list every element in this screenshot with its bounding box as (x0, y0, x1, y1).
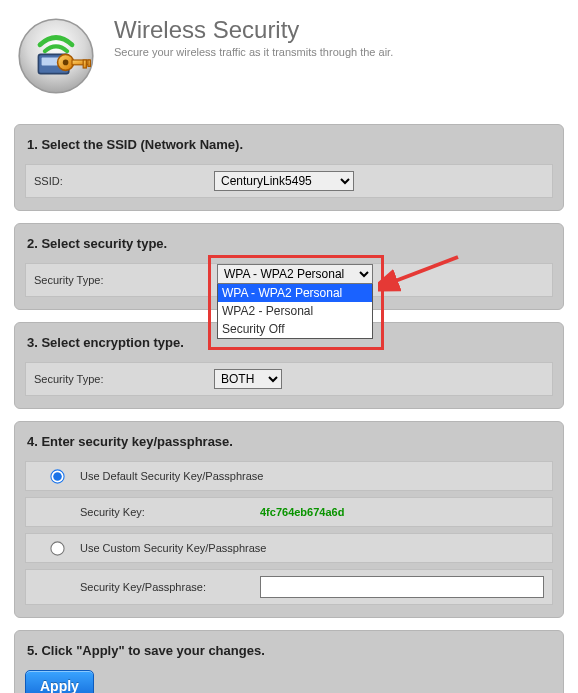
default-key-radio[interactable] (50, 469, 64, 483)
custom-key-input[interactable] (260, 576, 544, 598)
svg-point-4 (63, 60, 69, 66)
section-apply: 5. Click "Apply" to save your changes. A… (14, 630, 564, 693)
custom-key-radio[interactable] (50, 541, 64, 555)
security-type-option-wpa-wpa2[interactable]: WPA - WPA2 Personal (218, 284, 372, 302)
security-type-option-off[interactable]: Security Off (218, 320, 372, 338)
section-ssid-title: 1. Select the SSID (Network Name). (25, 135, 553, 156)
page-title: Wireless Security (114, 16, 393, 44)
page-header: Wireless Security Secure your wireless t… (8, 10, 570, 114)
section-apply-title: 5. Click "Apply" to save your changes. (25, 641, 553, 662)
svg-rect-7 (88, 60, 90, 66)
default-key-value-row: Security Key: 4fc764eb674a6d (25, 497, 553, 527)
security-key-value: 4fc764eb674a6d (260, 506, 344, 518)
security-key-label: Security Key: (34, 506, 260, 518)
security-type-label: Security Type: (34, 274, 214, 286)
custom-key-input-row: Security Key/Passphrase: (25, 569, 553, 605)
default-key-option-label: Use Default Security Key/Passphrase (80, 470, 263, 482)
highlight-box: WPA - WPA2 Personal WPA - WPA2 Personal … (208, 255, 384, 350)
encryption-label: Security Type: (34, 373, 214, 385)
section-security-type-title: 2. Select security type. (25, 234, 553, 255)
apply-button[interactable]: Apply (25, 670, 94, 693)
section-key-title: 4. Enter security key/passphrase. (25, 432, 553, 453)
custom-key-option-label: Use Custom Security Key/Passphrase (80, 542, 266, 554)
section-key: 4. Enter security key/passphrase. Use De… (14, 421, 564, 618)
page-subtitle: Secure your wireless traffic as it trans… (114, 46, 393, 58)
ssid-select[interactable]: CenturyLink5495 (214, 171, 354, 191)
security-type-dropdown-list: WPA - WPA2 Personal WPA2 - Personal Secu… (217, 283, 373, 339)
svg-rect-6 (83, 60, 86, 68)
encryption-select[interactable]: BOTH (214, 369, 282, 389)
security-type-select[interactable]: WPA - WPA2 Personal (217, 264, 373, 284)
header-icon (16, 16, 96, 96)
custom-key-label: Security Key/Passphrase: (34, 581, 260, 593)
ssid-label: SSID: (34, 175, 214, 187)
custom-key-option-row: Use Custom Security Key/Passphrase (25, 533, 553, 563)
ssid-row: SSID: CenturyLink5495 (25, 164, 553, 198)
section-ssid: 1. Select the SSID (Network Name). SSID:… (14, 124, 564, 211)
encryption-row: Security Type: BOTH (25, 362, 553, 396)
default-key-option-row: Use Default Security Key/Passphrase (25, 461, 553, 491)
security-type-option-wpa2[interactable]: WPA2 - Personal (218, 302, 372, 320)
